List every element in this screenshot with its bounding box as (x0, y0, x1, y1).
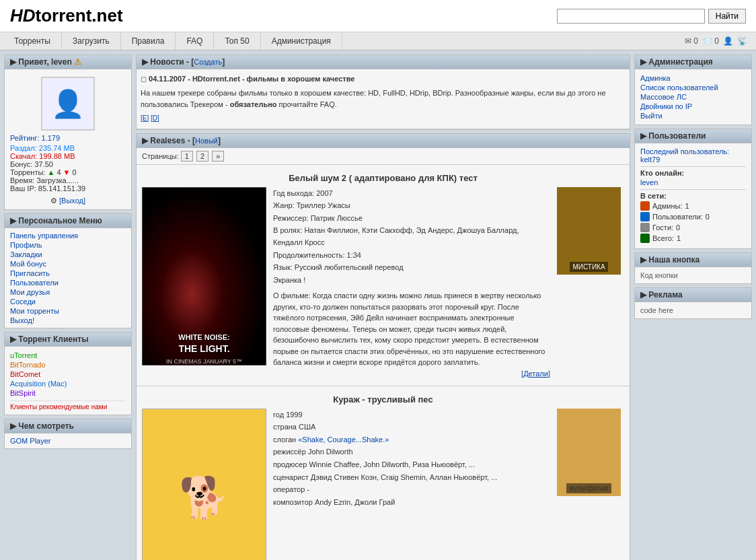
mail-icon: ✉ 0 (685, 36, 698, 46)
menu-neighbors[interactable]: Соседи (10, 297, 126, 306)
warning-icon: ⚠ (74, 57, 81, 67)
courage-dog-icon: 🐕 (179, 474, 229, 522)
news-headline: - фильмы в хорошем качестве (242, 75, 355, 83)
torrent-clients-panel: ▶ Торрент Клиенты uTorrent BitTornado Bi… (4, 332, 132, 415)
movie1-actors: Натан Филлион, Кэти Сакхофф, Эд Андерс, … (273, 226, 519, 246)
movie2-title: Кураж - трусливый пес (142, 392, 624, 409)
client-acquisition[interactable]: Acquisition (Mac) (10, 379, 126, 388)
upload-value: 235.74 MB (39, 144, 75, 152)
news-edit-d[interactable]: [D] (151, 114, 159, 122)
movie1-duration: 1:34 (347, 251, 361, 259)
admin-link-duplicates[interactable]: Двойники по IP (640, 102, 746, 111)
our-button-title: Наша кнопка (648, 255, 700, 265)
search-button[interactable]: Найти (708, 9, 746, 24)
client-bitcomet[interactable]: BitComet (10, 370, 126, 379)
search-input[interactable] (557, 9, 705, 24)
what-to-watch-title: Чем смотреть (18, 421, 74, 431)
movie1-desc: О фильме: Когда спасти одну жизнь можно … (273, 290, 550, 368)
bonus-value: 37.50 (34, 160, 53, 168)
menu-control-panel[interactable]: Панель управления (10, 231, 126, 240)
admin-title: Администрация (648, 57, 712, 67)
users-label: Пользователи: (652, 213, 703, 221)
menu-invite[interactable]: Пригласить (10, 269, 126, 278)
ip-row: Ваш IP: 85.141.151.39 (10, 184, 126, 193)
gom-player-link[interactable]: GOM Player (10, 437, 51, 445)
menu-bookmarks[interactable]: Закладки (10, 250, 126, 259)
menu-users[interactable]: Пользователи (10, 278, 126, 287)
personal-menu-title: Персональное Меню (18, 216, 102, 225)
upload-row: Раздал: 235.74 MB (10, 144, 126, 152)
actors-label: В ролях: (273, 226, 304, 234)
movie1-lang: Русский любительский перевод (295, 263, 404, 271)
country-label: страна (273, 423, 297, 431)
news-edit-links: [E] [D] (141, 113, 626, 123)
duration-label: Продолжительность: (273, 251, 347, 259)
users-count: 0 (706, 213, 710, 221)
movie1-info: Год выхода: 2007 Жанр: Триллер Ужасы Реж… (273, 187, 550, 380)
nav-top50[interactable]: Топ 50 (214, 32, 260, 50)
admin-link-users-list[interactable]: Список пользователей (640, 83, 746, 92)
news-content: ◻ 04.11.2007 - HDtorrent.net - фильмы в … (137, 69, 630, 129)
online-name: leven (640, 178, 746, 186)
menu-bonus[interactable]: Мой бонус (10, 259, 126, 269)
what-to-watch-header: ▶ Чем смотреть (5, 419, 131, 433)
nav-rules[interactable]: Правила (121, 32, 176, 50)
movie1-details-link[interactable]: [Детали] (521, 370, 550, 378)
news-panel-header: ▶ Новости - [Создать] (137, 55, 630, 69)
news-edit-e[interactable]: [E] (141, 114, 149, 122)
page-1[interactable]: 1 (181, 151, 193, 162)
news-body: На нашем трекере собраны фильмы только в… (141, 88, 626, 111)
ads-panel-content: code here (635, 302, 751, 318)
divider2 (640, 189, 746, 190)
torrent-clients-content: uTorrent BitTornado BitComet Acquisition… (5, 347, 131, 415)
movie2-thumb-label: мультфильм (566, 483, 611, 493)
releases-panel: ▶ Realeses - [Новый] Страницы: 1 2 » Бел… (136, 133, 630, 560)
news-bold: обязательно (230, 100, 277, 108)
menu-friends[interactable]: Мои друзья (10, 287, 126, 297)
movie2-slogan: «Shake, Courage...Shake.» (298, 435, 389, 444)
lang-label: Язык: (273, 263, 295, 271)
admin-link-adminка[interactable]: Админка (640, 73, 746, 83)
client-utorrent[interactable]: uTorrent (10, 351, 126, 360)
news-create-link[interactable]: Создать (194, 58, 222, 66)
page-next[interactable]: » (212, 151, 224, 162)
releases-new-link[interactable]: Новый (195, 137, 218, 145)
ads-panel: ▶ Реклама code here (634, 287, 752, 319)
exit-link[interactable]: [Выход] (59, 197, 85, 205)
news-date: 04.11.2007 (149, 75, 186, 83)
our-button-content: Код кнопки (635, 267, 751, 283)
menu-profile[interactable]: Профиль (10, 240, 126, 250)
admin-link-mass-pm[interactable]: Массовое ЛС (640, 92, 746, 102)
news-title: Новости (150, 57, 184, 67)
movie1-thumb-image: МИСТИКА (557, 187, 621, 275)
year-label2: год (273, 411, 284, 419)
movie2-year: 1999 (286, 411, 302, 419)
admin-link-logout[interactable]: Выйти (640, 111, 746, 120)
nav-torrents[interactable]: Торренты (3, 32, 62, 50)
nav-upload[interactable]: Загрузить (62, 32, 121, 50)
page-2[interactable]: 2 (196, 151, 209, 162)
menu-my-torrents[interactable]: Мои торренты (10, 306, 126, 316)
nav-admin[interactable]: Администрация (261, 32, 342, 50)
client-bitspirit[interactable]: BitSpirit (10, 388, 126, 398)
admins-count-row: Админы: 1 (640, 201, 746, 211)
poster-subtitle: IN CINEMAS JANUARY 5™ (166, 358, 242, 365)
movie1-director: Патрик Люссье (311, 214, 363, 222)
movie1-poster: WHITE NOISE: THE LIGHT. IN CINEMAS JANUA… (142, 187, 266, 380)
users-panel-header: ▶ Пользователи (635, 129, 751, 143)
client-bittornado[interactable]: BitTornado (10, 360, 126, 370)
white-noise-poster: WHITE NOISE: THE LIGHT. IN CINEMAS JANUA… (142, 187, 266, 365)
operator-label: оператор (273, 485, 305, 493)
network-title: В сети: (640, 192, 746, 200)
what-to-watch-content: GOM Player (5, 433, 131, 448)
news-body-text2: прочитайте FAQ. (279, 100, 337, 108)
movie2-info: год 1999 страна США слоган «Shake, Coura… (273, 409, 550, 560)
nav-faq[interactable]: FAQ (176, 32, 214, 50)
menu-logout[interactable]: Выход! (10, 316, 126, 325)
admin-panel-header: ▶ Администрация (635, 55, 751, 69)
pages-nav: Страницы: 1 2 » (137, 148, 630, 164)
user-panel-header: ▶ Привет, leven ⚠ (5, 55, 131, 69)
torrents-down-arrow: ▼ (63, 168, 71, 176)
right-sidebar: ▶ Администрация Админка Список пользоват… (634, 55, 752, 560)
movie1-year: 2007 (316, 189, 332, 197)
